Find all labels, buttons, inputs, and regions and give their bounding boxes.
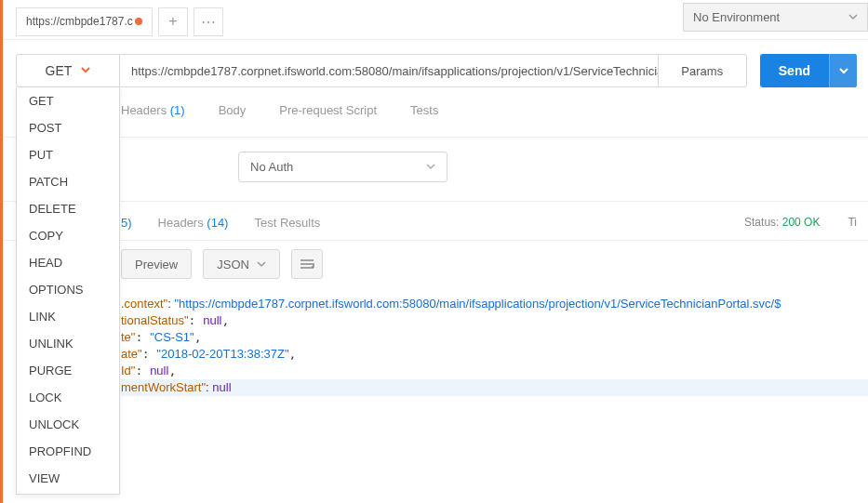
divider: [3, 39, 868, 40]
method-option-view[interactable]: VIEW: [17, 465, 119, 492]
method-option-post[interactable]: POST: [17, 114, 119, 141]
response-status: Status: 200 OK Ti: [744, 216, 857, 229]
tab-headers[interactable]: Headers (1): [121, 103, 185, 117]
request-sub-tabs: Headers (1) Body Pre-request Script Test…: [121, 103, 438, 117]
url-input[interactable]: https://cmbpde1787.corpnet.ifsworld.com:…: [120, 54, 659, 87]
environment-select[interactable]: No Environment: [683, 3, 868, 32]
status-label: Status:: [744, 216, 779, 229]
method-option-patch[interactable]: PATCH: [17, 168, 119, 195]
unsaved-dot-icon: [135, 18, 142, 25]
request-tab-strip: https://cmbpde1787.c + ⋯: [16, 3, 223, 40]
chevron-down-icon: [257, 259, 266, 269]
tab-cookies-count[interactable]: 5): [121, 216, 132, 230]
time-label: Ti: [848, 216, 857, 229]
method-option-head[interactable]: HEAD: [17, 249, 119, 276]
divider: [3, 137, 868, 138]
method-label: GET: [46, 63, 73, 78]
tab-prerequest[interactable]: Pre-request Script: [279, 103, 377, 117]
response-sub-tabs: 5) Headers (14) Test Results: [121, 216, 320, 230]
auth-type-select[interactable]: No Auth: [238, 152, 447, 182]
auth-label: No Auth: [250, 160, 293, 174]
tab-body[interactable]: Body: [219, 103, 247, 117]
wrap-toggle-button[interactable]: [291, 249, 323, 279]
request-bar: GET https://cmbpde1787.corpnet.ifsworld.…: [16, 54, 857, 87]
request-tab-title: https://cmbpde1787.c: [26, 15, 133, 28]
window-accent-bar: [0, 0, 3, 503]
environment-label: No Environment: [693, 10, 780, 24]
preview-button[interactable]: Preview: [121, 249, 192, 279]
tab-tests[interactable]: Tests: [410, 103, 438, 117]
method-option-get[interactable]: GET: [17, 87, 119, 114]
wrap-icon: [300, 258, 314, 270]
method-option-copy[interactable]: COPY: [17, 222, 119, 249]
send-button[interactable]: Send: [760, 54, 857, 87]
method-dropdown: GET POST PUT PATCH DELETE COPY HEAD OPTI…: [16, 87, 120, 495]
response-toolbar: Preview JSON: [121, 249, 323, 279]
params-button[interactable]: Params: [659, 54, 747, 87]
response-body[interactable]: .context": "https://cmbpde1787.corpnet.i…: [121, 296, 868, 396]
method-option-lock[interactable]: LOCK: [17, 384, 119, 411]
chevron-down-icon: [81, 64, 90, 77]
url-text: https://cmbpde1787.corpnet.ifsworld.com:…: [131, 64, 659, 78]
method-option-put[interactable]: PUT: [17, 141, 119, 168]
tab-overflow-button[interactable]: ⋯: [194, 7, 223, 36]
divider: [3, 240, 868, 241]
method-option-options[interactable]: OPTIONS: [17, 276, 119, 303]
new-tab-button[interactable]: +: [158, 7, 188, 36]
format-select[interactable]: JSON: [203, 249, 280, 279]
method-option-purge[interactable]: PURGE: [17, 357, 119, 384]
divider: [3, 201, 868, 202]
method-option-link[interactable]: LINK: [17, 303, 119, 330]
tab-resp-headers[interactable]: Headers (14): [158, 216, 229, 230]
method-option-unlink[interactable]: UNLINK: [17, 330, 119, 357]
chevron-down-icon: [848, 10, 858, 24]
method-select-button[interactable]: GET: [16, 54, 120, 87]
send-dropdown-button[interactable]: [829, 54, 857, 87]
chevron-down-icon: [426, 160, 435, 174]
request-tab[interactable]: https://cmbpde1787.c: [16, 7, 153, 36]
tab-test-results[interactable]: Test Results: [254, 216, 320, 230]
method-option-unlock[interactable]: UNLOCK: [17, 411, 119, 438]
method-option-propfind[interactable]: PROPFIND: [17, 438, 119, 465]
status-value: 200 OK: [782, 216, 821, 229]
method-option-delete[interactable]: DELETE: [17, 195, 119, 222]
